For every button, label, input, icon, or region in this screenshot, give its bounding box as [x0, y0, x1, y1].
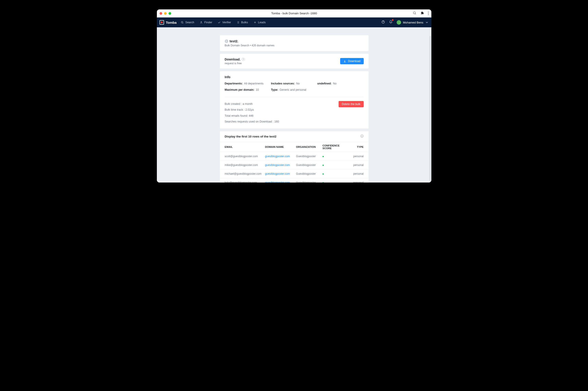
scrollbar[interactable]: [430, 36, 431, 181]
help-icon[interactable]: [381, 20, 385, 25]
confidence-dot-icon: [323, 182, 324, 183]
results-table: EMAIL DOMAIN NAME ORGANIZATION CONFIDENC…: [220, 142, 369, 183]
nav-item-verifier[interactable]: Verifier: [218, 21, 231, 24]
download-heading: Download.: [225, 58, 241, 61]
notification-badge: [391, 19, 394, 21]
confidence-dot-icon: [323, 165, 324, 166]
domain-link: guestblogposter.com: [265, 155, 290, 158]
cell-confidence: [321, 161, 351, 170]
brand-logo[interactable]: Tomba: [160, 20, 177, 25]
domain-link: guestblogposter.com: [265, 181, 290, 183]
page-body: test2. Bulk Domain Search • 426 domain n…: [157, 27, 431, 183]
cell-email: kyla@guestblogposter.com: [220, 178, 263, 183]
col-email: EMAIL: [220, 142, 263, 152]
divider: [225, 97, 364, 97]
browser-window: Tomba - bulk Domain Search -1680 Tomba: [157, 9, 431, 183]
nav-item-finder[interactable]: Finder: [200, 21, 212, 24]
info-max-per-domain: Maximum per domain:10: [225, 88, 271, 91]
domain-link: guestblogposter.com: [265, 172, 290, 175]
col-domain: DOMAIN NAME: [263, 142, 294, 152]
table-row[interactable]: kyla@guestblogposter.comguestblogposter.…: [220, 178, 369, 183]
cell-organization: Guestblogposter: [294, 161, 321, 170]
cell-organization: Guestblogposter: [294, 178, 321, 183]
bulk-meta: Bulk created : a month Bulk time track :…: [225, 101, 279, 124]
svg-line-3: [183, 23, 183, 23]
nav-item-leads[interactable]: Leads: [253, 21, 266, 24]
cell-type: personal: [351, 161, 369, 170]
info-includes-sources: Includes sources:No: [271, 82, 317, 85]
cell-domain[interactable]: guestblogposter.com: [263, 152, 294, 161]
table-row[interactable]: michael@guestblogposter.comguestblogpost…: [220, 170, 369, 178]
table-row[interactable]: scott@guestblogposter.comguestblogposter…: [220, 152, 369, 161]
domain-link: guestblogposter.com: [265, 164, 290, 167]
col-confidence: CONFIDENCE SCORE: [321, 142, 351, 152]
download-button[interactable]: Download: [340, 58, 364, 64]
cell-email: michael@guestblogposter.com: [220, 170, 263, 178]
cell-domain[interactable]: guestblogposter.com: [263, 161, 294, 170]
info-card: Info Departments:All departments Include…: [220, 71, 369, 129]
avatar: [397, 20, 401, 25]
page-title: test2.: [230, 39, 238, 43]
back-button[interactable]: [225, 39, 228, 43]
nav-label: Finder: [204, 21, 212, 24]
cell-confidence: [321, 152, 351, 161]
info-type: Type:Generic and personal: [271, 88, 317, 91]
titlebar: Tomba - bulk Domain Search -1680: [157, 9, 431, 17]
table-title: Display the first 10 rows of the test2: [225, 135, 276, 138]
col-organization: ORGANIZATION: [294, 142, 321, 152]
download-card: Download. ? request is free Download: [220, 54, 369, 69]
brand-name: Tomba: [166, 21, 177, 24]
delete-bulk-button[interactable]: Delete the bulk: [339, 101, 363, 107]
meta-created: Bulk created : a month: [225, 101, 279, 107]
table-row[interactable]: mike@guestblogposter.comguestblogposter.…: [220, 161, 369, 170]
results-table-card: Display the first 10 rows of the test2 E…: [220, 131, 369, 183]
info-departments: Departments:All departments: [225, 82, 271, 85]
nav-item-search[interactable]: Search: [181, 21, 194, 24]
nav-item-bulks[interactable]: Bulks: [236, 21, 248, 24]
page-subtitle: Bulk Domain Search • 426 domain names: [225, 44, 364, 47]
col-type: TYPE: [351, 142, 369, 152]
app-nav: Tomba Search Finder Verifier Bulks: [157, 17, 431, 27]
cell-domain[interactable]: guestblogposter.com: [263, 178, 294, 183]
download-subtitle: request is free: [225, 62, 245, 65]
cell-type: personal: [351, 152, 369, 161]
help-tooltip-icon[interactable]: ?: [242, 58, 245, 61]
cell-organization: Guestblogposter: [294, 170, 321, 178]
cell-type: personal: [351, 178, 369, 183]
table-info-icon[interactable]: [360, 134, 364, 139]
download-icon: [343, 60, 346, 63]
meta-time-track: Bulk time track : 2.02µs: [225, 107, 279, 113]
cell-confidence: [321, 178, 351, 183]
meta-searches: Searches requests used on Download : 160: [225, 119, 279, 124]
cell-email: scott@guestblogposter.com: [220, 152, 263, 161]
window-title: Tomba - bulk Domain Search -1680: [157, 12, 431, 15]
bulk-header-card: test2. Bulk Domain Search • 426 domain n…: [220, 35, 369, 51]
notifications-icon[interactable]: [389, 20, 393, 25]
delete-bulk-label: Delete the bulk: [342, 102, 360, 106]
nav-label: Leads: [258, 21, 266, 24]
nav-label: Search: [185, 21, 194, 24]
chevron-down-icon: [425, 21, 429, 24]
confidence-dot-icon: [323, 173, 324, 175]
nav-label: Verifier: [222, 21, 231, 24]
cell-email: mike@guestblogposter.com: [220, 161, 263, 170]
cell-organization: Guestblogposter: [294, 152, 321, 161]
cell-confidence: [321, 170, 351, 178]
cell-domain[interactable]: guestblogposter.com: [263, 170, 294, 178]
brand-logomark-icon: [160, 20, 164, 25]
info-undefined: undefined:No: [317, 82, 364, 85]
confidence-dot-icon: [323, 156, 324, 157]
svg-point-4: [201, 21, 202, 22]
download-button-label: Download: [348, 60, 360, 63]
user-menu[interactable]: Mohamed Bens: [397, 20, 429, 25]
table-header-row: EMAIL DOMAIN NAME ORGANIZATION CONFIDENC…: [220, 142, 369, 152]
meta-total-emails: Total emails found: 446: [225, 113, 279, 119]
nav-label: Bulks: [241, 21, 248, 24]
cell-type: personal: [351, 170, 369, 178]
user-name: Mohamed Bens: [403, 21, 423, 24]
info-heading: Info: [225, 75, 364, 79]
